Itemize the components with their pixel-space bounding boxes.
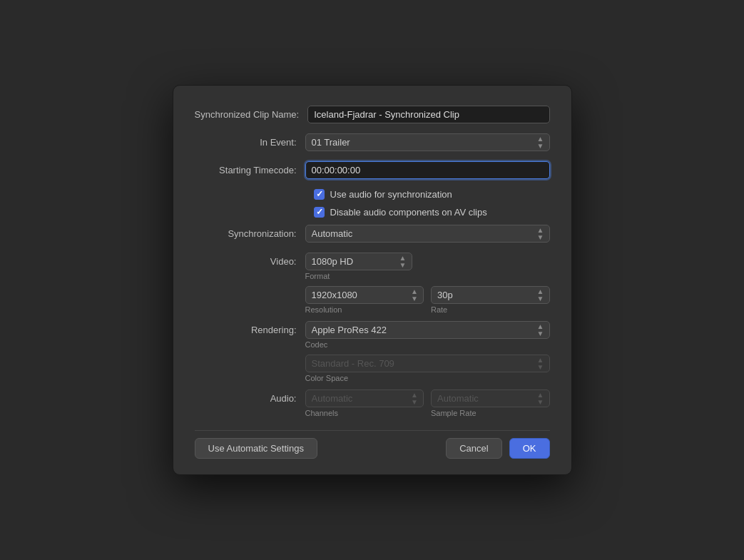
use-audio-sync-row: Use audio for synchronization [195, 189, 550, 200]
clip-name-row: Synchronized Clip Name: [195, 106, 550, 123]
samplerate-hint: Sample Rate [431, 409, 550, 417]
synchronization-label: Synchronization: [195, 228, 305, 239]
samplerate-select-wrapper: Automatic44.1 kHz48 kHz96 kHz ▲▼ [431, 390, 550, 407]
channels-select[interactable]: AutomaticStereoMonoSurround [305, 390, 424, 407]
audio-channels-item: AutomaticStereoMonoSurround ▲▼ Channels [305, 390, 424, 417]
use-automatic-button[interactable]: Use Automatic Settings [195, 438, 317, 459]
timecode-input[interactable] [305, 161, 550, 179]
ok-button[interactable]: OK [509, 438, 550, 459]
codec-select[interactable]: Apple ProRes 422Apple ProRes 4444H.264 [305, 321, 550, 339]
synchronization-row: Synchronization: AutomaticManual ▲▼ [195, 225, 550, 243]
rendering-control: Apple ProRes 422Apple ProRes 4444H.264 ▲… [305, 321, 550, 382]
timecode-label: Starting Timecode: [195, 165, 305, 175]
video-resolution-item: 1920x10801280x7203840x2160 ▲▼ Resolution [305, 286, 424, 314]
timecode-control [305, 161, 550, 179]
in-event-label: In Event: [195, 137, 305, 148]
disable-audio-row: Disable audio components on AV clips [195, 207, 550, 218]
in-event-select-wrapper: 01 Trailer02 Main03 Extras ▲▼ [305, 133, 550, 151]
cancel-button[interactable]: Cancel [446, 438, 501, 459]
audio-control: AutomaticStereoMonoSurround ▲▼ Channels … [305, 390, 550, 417]
audio-sub-group: AutomaticStereoMonoSurround ▲▼ Channels … [305, 390, 550, 417]
resolution-select-wrapper: 1920x10801280x7203840x2160 ▲▼ [305, 286, 424, 304]
in-event-row: In Event: 01 Trailer02 Main03 Extras ▲▼ [195, 133, 550, 151]
rendering-label: Rendering: [195, 321, 305, 335]
rendering-row: Rendering: Apple ProRes 422Apple ProRes … [195, 321, 550, 382]
use-audio-sync-label[interactable]: Use audio for synchronization [330, 189, 452, 200]
rate-hint: Rate [431, 305, 550, 314]
clip-name-label: Synchronized Clip Name: [195, 109, 308, 120]
disable-audio-checkbox[interactable] [314, 207, 325, 218]
colorspace-select[interactable]: Standard - Rec. 709Wide Gamut HDR [305, 355, 550, 372]
timecode-row: Starting Timecode: [195, 161, 550, 179]
synchronization-select-wrapper: AutomaticManual ▲▼ [305, 225, 550, 243]
audio-samplerate-item: Automatic44.1 kHz48 kHz96 kHz ▲▼ Sample … [431, 390, 550, 417]
colorspace-hint: Color Space [305, 374, 550, 382]
synchronization-control: AutomaticManual ▲▼ [305, 225, 550, 243]
video-sub-group: 1920x10801280x7203840x2160 ▲▼ Resolution… [305, 286, 550, 314]
video-label: Video: [195, 253, 305, 267]
video-control: 1080p HD720p HD4K UHD ▲▼ Format 1920x108… [305, 253, 550, 314]
samplerate-select[interactable]: Automatic44.1 kHz48 kHz96 kHz [431, 390, 550, 407]
synchronization-select[interactable]: AutomaticManual [305, 225, 550, 243]
audio-label: Audio: [195, 390, 305, 404]
resolution-select[interactable]: 1920x10801280x7203840x2160 [305, 286, 424, 304]
codec-hint: Codec [305, 340, 550, 349]
dialog-footer: Use Automatic Settings Cancel OK [195, 430, 550, 459]
disable-audio-label[interactable]: Disable audio components on AV clips [330, 207, 487, 218]
video-format-select[interactable]: 1080p HD720p HD4K UHD [305, 253, 412, 270]
video-format-hint: Format [305, 272, 550, 280]
video-rate-item: 23.98p24p25p29.97p30p60p ▲▼ Rate [431, 286, 550, 314]
rate-select-wrapper: 23.98p24p25p29.97p30p60p ▲▼ [431, 286, 550, 304]
channels-select-wrapper: AutomaticStereoMonoSurround ▲▼ [305, 390, 424, 407]
in-event-control: 01 Trailer02 Main03 Extras ▲▼ [305, 133, 550, 151]
in-event-select[interactable]: 01 Trailer02 Main03 Extras [305, 133, 550, 151]
resolution-hint: Resolution [305, 305, 424, 314]
video-format-select-wrapper: 1080p HD720p HD4K UHD ▲▼ [305, 253, 412, 270]
clip-name-input[interactable] [307, 106, 549, 123]
audio-row: Audio: AutomaticStereoMonoSurround ▲▼ Ch… [195, 390, 550, 417]
video-row: Video: 1080p HD720p HD4K UHD ▲▼ Format 1… [195, 253, 550, 314]
channels-hint: Channels [305, 409, 424, 417]
footer-right-buttons: Cancel OK [446, 438, 549, 459]
codec-select-wrapper: Apple ProRes 422Apple ProRes 4444H.264 ▲… [305, 321, 550, 339]
colorspace-select-wrapper: Standard - Rec. 709Wide Gamut HDR ▲▼ [305, 355, 550, 372]
rate-select[interactable]: 23.98p24p25p29.97p30p60p [431, 286, 550, 304]
use-audio-sync-checkbox[interactable] [314, 189, 325, 200]
dialog: Synchronized Clip Name: In Event: 01 Tra… [173, 85, 572, 475]
clip-name-control [307, 106, 549, 123]
